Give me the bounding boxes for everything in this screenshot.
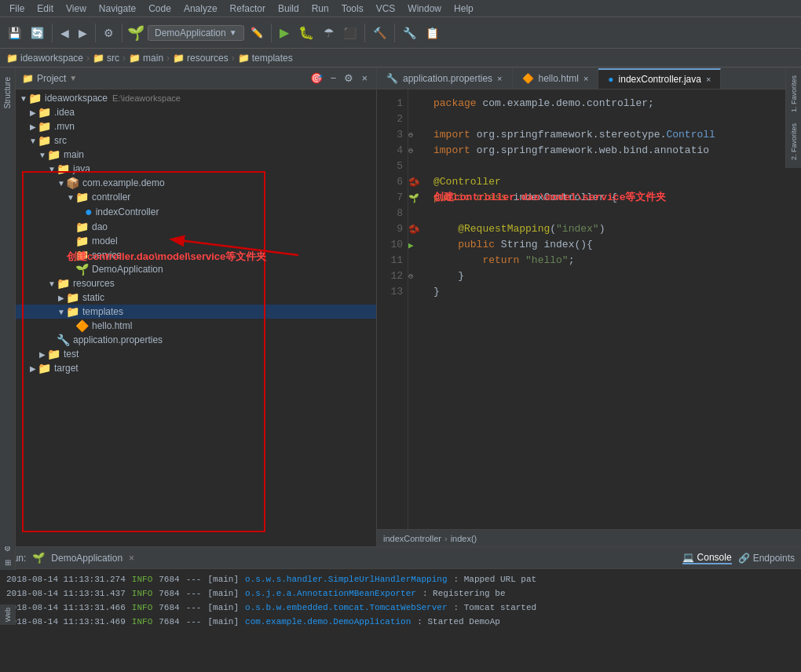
toggle-idea[interactable]: ▶	[28, 108, 38, 117]
forward-button[interactable]: ▶	[75, 25, 90, 41]
tree-item-main[interactable]: ▼ 📁 main	[16, 148, 376, 162]
menu-edit[interactable]: Edit	[31, 3, 60, 14]
log-thread-4: [main]	[207, 615, 239, 629]
web-tab[interactable]: Web	[0, 604, 16, 625]
tree-item-mvn[interactable]: ▶ 📁 .mvn	[16, 119, 376, 133]
toolbar-separator6	[394, 24, 395, 42]
menu-view[interactable]: View	[60, 3, 93, 14]
menu-refactor[interactable]: Refactor	[224, 3, 272, 14]
tree-item-java[interactable]: ▼ 📁 java	[16, 162, 376, 176]
toggle-ideaworkspace[interactable]: ▼	[19, 94, 28, 103]
run-layout-button[interactable]: ⊞	[2, 556, 14, 568]
tree-item-service[interactable]: 📁 service	[16, 248, 376, 262]
sidebar-locate-button[interactable]: 🎯	[308, 71, 325, 85]
tab-hello-html[interactable]: 🔶 hello.html ×	[513, 68, 599, 89]
toggle-mvn[interactable]: ▶	[28, 122, 38, 131]
menu-code[interactable]: Code	[142, 3, 177, 14]
sidebar-settings-button[interactable]: ⚙	[342, 71, 356, 85]
sync-button[interactable]: 🔄	[27, 25, 47, 41]
tab-index-controller[interactable]: ● indexController.java ×	[598, 68, 721, 89]
tree-item-controller[interactable]: ▼ 📁 controller	[16, 190, 376, 204]
toggle-java[interactable]: ▼	[47, 165, 57, 173]
semicolon-1: ;	[648, 96, 654, 111]
menu-run[interactable]: Run	[305, 3, 335, 14]
run-config-selector[interactable]: DemoApplication ▼	[148, 25, 244, 41]
code-editor[interactable]: 1 2 3 4 5 6 7 8 9 10 11 12 13 14 ⊖ ⊖	[377, 89, 801, 529]
tree-item-model[interactable]: 📁 model	[16, 234, 376, 248]
tree-item-dao[interactable]: 📁 dao	[16, 220, 376, 234]
debug-button[interactable]: 🐛	[295, 24, 317, 42]
menu-tools[interactable]: Tools	[335, 3, 370, 14]
save-button[interactable]: 💾	[5, 25, 24, 41]
tree-item-target[interactable]: ▶ 📁 target	[16, 361, 376, 375]
menu-window[interactable]: Window	[401, 3, 448, 14]
kw-import-2: import	[433, 143, 470, 159]
tab-application-properties[interactable]: 🔧 application.properties ×	[377, 68, 513, 89]
menu-help[interactable]: Help	[448, 3, 480, 14]
build-button[interactable]: 🔨	[370, 25, 390, 41]
coverage-button[interactable]: ☂	[320, 24, 337, 42]
menu-build[interactable]: Build	[272, 3, 305, 14]
toggle-package[interactable]: ▼	[57, 179, 66, 188]
run-button[interactable]: ▶	[276, 24, 292, 42]
log-class-4[interactable]: com.example.demo.DemoApplication	[245, 615, 411, 629]
toggle-main[interactable]: ▼	[38, 151, 47, 159]
log-class-1[interactable]: o.s.w.s.handler.SimpleUrlHandlerMapping	[245, 572, 447, 586]
run-config-label: DemoApplication	[155, 27, 226, 38]
toggle-src[interactable]: ▼	[28, 137, 38, 145]
tree-item-idea[interactable]: ▶ 📁 .idea	[16, 105, 376, 119]
toggle-templates[interactable]: ▼	[57, 308, 66, 316]
tree-item-demoapplication[interactable]: 🌱 DemoApplication	[16, 262, 376, 276]
tree-item-ideaworkspace[interactable]: ▼ 📁 ideaworkspace E:\ideaworkspace	[16, 91, 376, 105]
favorites-tab-2[interactable]: 2. Favorites	[788, 119, 799, 165]
settings-button[interactable]: ⚙	[101, 25, 117, 41]
tab-console[interactable]: 💻 Console	[682, 552, 732, 564]
tree-item-resources[interactable]: ▼ 📁 resources	[16, 276, 376, 290]
toggle-test[interactable]: ▶	[38, 350, 47, 359]
ann-controller: @Controller	[433, 174, 501, 190]
tree-item-package[interactable]: ▼ 📦 com.example.demo	[16, 176, 376, 190]
breadcrumb-templates[interactable]: 📁 templates	[238, 53, 293, 64]
tree-item-indexcontroller[interactable]: ● indexController	[16, 204, 376, 220]
menu-navigate[interactable]: Navigate	[93, 3, 142, 14]
run-console-content[interactable]: 2018-08-14 11:13:31.274 INFO 7684 --- [m…	[0, 569, 801, 672]
tab-close-app-props[interactable]: ×	[497, 74, 502, 83]
tab-close-index[interactable]: ×	[706, 75, 711, 84]
tree-item-hello-html[interactable]: 🔶 hello.html	[16, 319, 376, 333]
sidebar-close-button[interactable]: ×	[359, 71, 370, 85]
toggle-static[interactable]: ▶	[57, 294, 66, 302]
breadcrumb-indexcontroller[interactable]: indexController	[383, 534, 441, 543]
breadcrumb-method[interactable]: index()	[451, 534, 477, 543]
run-close[interactable]: ×	[129, 553, 134, 564]
breadcrumb-resources[interactable]: 📁 resources	[173, 53, 229, 64]
tab-close-hello[interactable]: ×	[583, 74, 588, 83]
tab-endpoints[interactable]: 🔗 Endpoints	[738, 553, 795, 564]
toggle-resources[interactable]: ▼	[47, 279, 57, 288]
toggle-controller[interactable]: ▼	[66, 193, 75, 202]
log-class-3[interactable]: o.s.b.w.embedded.tomcat.TomcatWebServer	[245, 601, 447, 615]
menu-analyze[interactable]: Analyze	[177, 3, 224, 14]
sidebar-collapse-button[interactable]: −	[328, 71, 339, 85]
menu-vcs[interactable]: VCS	[370, 3, 402, 14]
vcs-button[interactable]: 🔧	[400, 25, 419, 41]
sidebar-dropdown-icon[interactable]: ▼	[69, 74, 77, 82]
log-class-2[interactable]: o.s.j.e.a.AnnotationMBeanExporter	[245, 586, 416, 601]
tree-item-test[interactable]: ▶ 📁 test	[16, 347, 376, 361]
menu-file[interactable]: File	[3, 3, 31, 14]
more-button[interactable]: 📋	[422, 25, 442, 41]
breadcrumb-ideaworkspace[interactable]: 📁 ideaworkspace	[6, 53, 83, 64]
breadcrumb-src[interactable]: 📁 src	[93, 53, 119, 64]
favorites-tab-1[interactable]: 1. Favorites	[788, 71, 799, 117]
stop-button[interactable]: ⬛	[340, 25, 360, 41]
code-content[interactable]: package com.example.demo.controller; imp…	[424, 89, 801, 529]
tree-item-templates[interactable]: ▼ 📁 templates	[16, 305, 376, 319]
toggle-target[interactable]: ▶	[28, 364, 38, 373]
tree-path-ideaworkspace: E:\ideaworkspace	[112, 93, 181, 103]
breadcrumb-main[interactable]: 📁 main	[129, 53, 163, 64]
tree-item-app-props[interactable]: 🔧 application.properties	[16, 333, 376, 347]
tree-item-src[interactable]: ▼ 📁 src	[16, 133, 376, 148]
structure-tab[interactable]: Structure	[2, 71, 13, 115]
tree-item-static[interactable]: ▶ 📁 static	[16, 290, 376, 305]
edit-config-button[interactable]: ✏️	[247, 25, 266, 40]
back-button[interactable]: ◀	[57, 25, 72, 41]
